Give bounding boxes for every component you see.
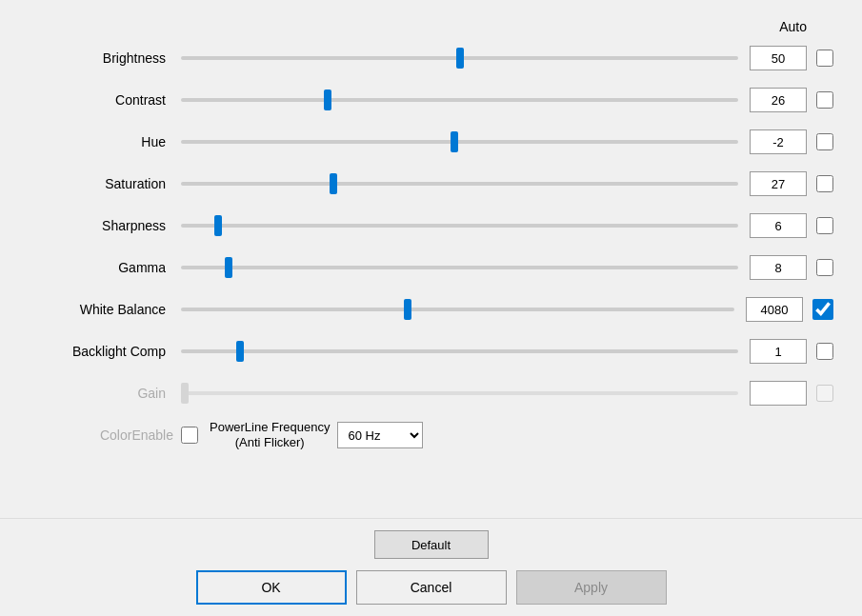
row-hue: Hue [29,124,833,160]
row-gain: Gain [29,375,833,411]
auto-checkbox-white-balance[interactable] [812,299,833,320]
default-row: Default [19,530,843,559]
slider-gamma[interactable] [181,266,738,269]
label-sharpness: Sharpness [29,218,181,233]
value-brightness[interactable] [750,46,807,70]
slider-gain [181,391,738,395]
slider-container-saturation [181,174,738,193]
label-white-balance: White Balance [29,302,181,317]
label-hue: Hue [29,134,181,149]
label-gamma: Gamma [29,260,181,275]
value-sharpness[interactable] [750,213,807,238]
slider-container-contrast [181,90,738,109]
auto-header-label: Auto [779,19,807,34]
label-brightness: Brightness [29,50,181,66]
slider-backlight-comp[interactable] [181,349,738,353]
default-button[interactable]: Default [374,530,489,559]
label-backlight-comp: Backlight Comp [29,344,181,359]
slider-contrast[interactable] [181,98,738,102]
main-content: Auto BrightnessContrastHueSaturationShar… [0,0,862,518]
row-backlight-comp: Backlight Comp [29,333,833,369]
auto-checkbox-gain [816,385,833,402]
value-backlight-comp[interactable] [750,339,807,364]
label-saturation: Saturation [29,176,181,191]
value-saturation[interactable] [750,171,807,196]
apply-button[interactable]: Apply [516,570,667,605]
label-gain: Gain [29,386,181,401]
slider-container-gamma [181,258,738,277]
auto-checkbox-sharpness[interactable] [816,217,833,234]
slider-hue[interactable] [181,140,738,144]
footer-buttons: Default OK Cancel Apply [0,518,862,616]
value-contrast[interactable] [750,88,807,112]
auto-checkbox-saturation[interactable] [816,175,833,192]
slider-sharpness[interactable] [181,224,738,228]
value-white-balance[interactable] [746,297,803,322]
slider-container-brightness [181,49,738,68]
row-contrast: Contrast [29,82,833,118]
value-hue[interactable] [750,129,807,154]
auto-header: Auto [29,19,833,34]
color-enable-row: ColorEnable PowerLine Frequency(Anti Fli… [29,417,833,453]
row-saturation: Saturation [29,166,833,202]
slider-container-white-balance [181,300,734,319]
rows-container: BrightnessContrastHueSaturationSharpness… [29,40,833,411]
row-white-balance: White Balance [29,291,833,328]
value-gain[interactable] [750,381,807,406]
ok-button[interactable]: OK [196,570,347,605]
slider-container-gain [181,384,738,403]
slider-brightness[interactable] [181,56,738,60]
auto-checkbox-brightness[interactable] [816,50,833,67]
action-row: OK Cancel Apply [19,570,843,605]
slider-white-balance[interactable] [181,308,734,311]
auto-checkbox-gamma[interactable] [816,259,833,276]
slider-container-backlight-comp [181,342,738,361]
auto-checkbox-contrast[interactable] [816,91,833,109]
auto-checkbox-hue[interactable] [816,133,833,150]
powerline-select[interactable]: 60 Hz 50 Hz [337,422,423,448]
row-gamma: Gamma [29,249,833,286]
color-enable-checkbox[interactable] [181,427,198,444]
auto-checkbox-backlight-comp[interactable] [816,343,833,360]
slider-saturation[interactable] [181,182,738,186]
cancel-button[interactable]: Cancel [356,570,507,605]
powerline-label: PowerLine Frequency(Anti Flicker) [210,420,330,449]
row-brightness: Brightness [29,40,833,76]
powerline-section: PowerLine Frequency(Anti Flicker) 60 Hz … [210,420,423,449]
color-enable-label: ColorEnable [29,427,181,443]
slider-container-hue [181,132,738,151]
label-contrast: Contrast [29,92,181,108]
slider-container-sharpness [181,216,738,235]
value-gamma[interactable] [750,255,807,280]
row-sharpness: Sharpness [29,208,833,244]
